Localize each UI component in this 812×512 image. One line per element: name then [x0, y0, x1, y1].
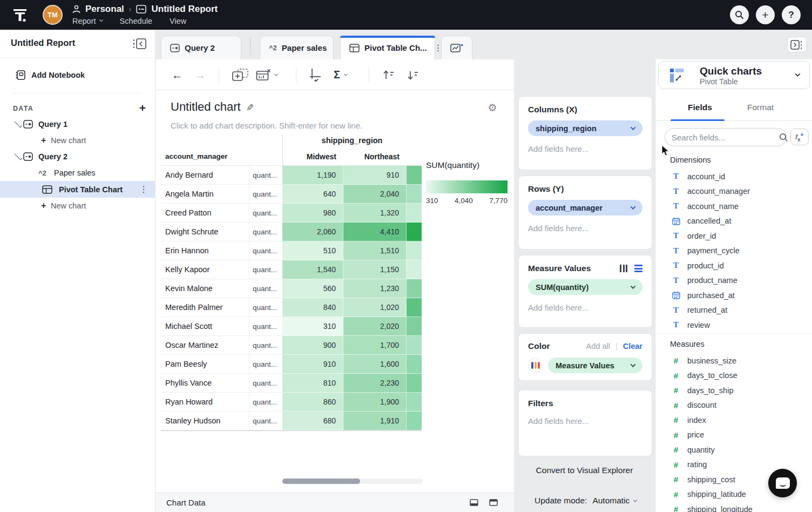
dimension-item-purchased_at[interactable]: purchased_at — [655, 288, 812, 303]
measure-item-quantity[interactable]: #quantity — [655, 442, 812, 457]
sidebar-item-paper-sales[interactable]: ^2 Paper sales — [0, 165, 155, 181]
add-formula-button[interactable]: fx+ — [790, 129, 809, 145]
sort-descending-button[interactable] — [407, 59, 419, 90]
sort-ascending-button[interactable] — [382, 59, 395, 90]
help-button[interactable]: ? — [782, 5, 801, 24]
measure-item-days_to_ship[interactable]: #days_to_ship — [655, 383, 812, 398]
row-label[interactable]: Andy Bernard — [161, 166, 249, 185]
color-add-all-link[interactable]: Add all — [586, 342, 610, 351]
update-mode-select[interactable]: Automatic — [592, 496, 637, 506]
color-field-pill[interactable]: Measure Values — [548, 358, 642, 373]
row-label[interactable]: Kelly Kapoor — [161, 260, 249, 279]
dimension-item-payment_cycle[interactable]: Tpayment_cycle — [655, 244, 812, 259]
row-dimension-label[interactable]: account_manager — [165, 152, 228, 160]
row-label[interactable]: Kevin Malone — [161, 279, 249, 298]
text-icon: T — [672, 306, 680, 315]
add-data-button[interactable]: + — [139, 102, 146, 114]
row-label[interactable]: Phyllis Vance — [161, 374, 249, 393]
color-clear-link[interactable]: Clear — [623, 342, 642, 351]
menu-view[interactable]: View — [170, 17, 186, 25]
color-palette-icon[interactable] — [528, 358, 543, 373]
new-chart-tab-button[interactable] — [441, 36, 472, 59]
swap-axes-button[interactable] — [308, 59, 323, 90]
measure-add-fields-dropzone[interactable]: Add fields here... — [528, 303, 642, 312]
sidebar-item-pivot-table-chart[interactable]: Pivot Table Chart ⋮ — [0, 181, 155, 198]
row-label[interactable]: Dwight Schrute — [161, 223, 249, 241]
row-label[interactable]: Michael Scott — [161, 317, 249, 336]
sidebar-item-new-chart-1[interactable]: + New chart — [0, 132, 155, 149]
dimension-item-returned_at[interactable]: Treturned_at — [655, 303, 812, 318]
measure-field-pill[interactable]: SUM(quantity) — [528, 279, 642, 295]
menu-schedule[interactable]: Schedule — [120, 17, 152, 25]
measure-item-index[interactable]: #index — [655, 413, 812, 428]
measure-item-price[interactable]: #price — [655, 428, 812, 443]
rows-layout-icon[interactable] — [634, 265, 642, 272]
tab-fields[interactable]: Fields — [688, 103, 712, 112]
row-label[interactable]: Erin Hannon — [161, 241, 249, 260]
search-button[interactable] — [730, 5, 749, 24]
workspace-name[interactable]: Personal — [85, 4, 124, 15]
sidebar-item-query-1[interactable]: Query 1 — [0, 116, 155, 132]
dimension-item-account_manager[interactable]: Taccount_manager — [655, 184, 812, 199]
row-label[interactable]: Angela Martin — [161, 185, 249, 204]
columns-field-pill[interactable]: shipping_region — [528, 120, 642, 136]
tab-query-2[interactable]: Query 2 — [161, 36, 241, 59]
dimension-item-account_id[interactable]: Taccount_id — [655, 169, 812, 184]
measure-item-discount[interactable]: #discount — [655, 398, 812, 413]
report-name[interactable]: Untitled Report — [151, 4, 218, 15]
aggregate-button[interactable]: Σ — [334, 59, 347, 90]
collapse-sidebar-button[interactable] — [132, 37, 147, 51]
row-label[interactable]: Oscar Martinez — [161, 336, 249, 355]
remove-column-button[interactable] — [256, 59, 278, 90]
edit-title-pencil-icon[interactable]: ✎ — [246, 102, 254, 113]
trevor-logo-icon[interactable] — [12, 6, 29, 24]
horizontal-scrollbar-track[interactable] — [282, 479, 423, 484]
redo-forward-button[interactable]: → — [194, 59, 206, 90]
measure-item-shipping_longitude[interactable]: #shipping_longitude — [655, 502, 812, 512]
horizontal-scrollbar-thumb[interactable] — [282, 479, 360, 484]
kebab-menu-icon[interactable]: ⋮ — [139, 184, 148, 194]
rows-field-pill[interactable]: account_manager — [528, 200, 642, 215]
columns-add-fields-dropzone[interactable]: Add fields here... — [528, 144, 642, 153]
filters-add-fields-dropzone[interactable]: Add fields here... — [528, 416, 642, 426]
dimension-item-product_id[interactable]: Tproduct_id — [655, 258, 812, 273]
search-fields-input[interactable] — [672, 133, 779, 142]
dimension-item-account_name[interactable]: Taccount_name — [655, 199, 812, 214]
convert-to-visual-explorer-link[interactable]: Convert to Visual Explorer — [514, 466, 655, 475]
chart-title[interactable]: Untitled chart — [171, 100, 241, 114]
tab-format[interactable]: Format — [747, 103, 774, 112]
columns-layout-icon[interactable] — [620, 265, 627, 272]
add-chart-element-button[interactable] — [232, 59, 249, 90]
measure-item-business_size[interactable]: #business_size — [655, 353, 812, 368]
column-header-northeast[interactable]: Northeast — [343, 152, 407, 161]
row-label[interactable]: Meredith Palmer — [161, 298, 249, 317]
row-label[interactable]: Stanley Hudson — [161, 412, 249, 430]
undo-back-button[interactable]: ← — [172, 59, 183, 90]
expand-panel-button[interactable] — [787, 37, 807, 52]
dimension-item-review[interactable]: Treview — [655, 318, 812, 333]
tab-pivot-table-chart[interactable]: Pivot Table Ch... ⋮ — [340, 36, 435, 59]
chart-data-footer[interactable]: Chart Data — [155, 493, 514, 512]
chart-settings-button[interactable]: ⚙ — [484, 99, 501, 116]
quick-charts-selector[interactable]: Quick charts Pivot Table — [658, 61, 810, 89]
dimension-item-cancelled_at[interactable]: cancelled_at — [655, 214, 812, 229]
minimize-panel-icon[interactable] — [470, 499, 478, 506]
maximize-panel-icon[interactable] — [489, 499, 498, 506]
chat-support-button[interactable] — [768, 469, 797, 497]
dimension-item-product_name[interactable]: Tproduct_name — [655, 273, 812, 288]
row-label[interactable]: Pam Beesly — [161, 355, 249, 374]
row-label[interactable]: Creed Patton — [161, 204, 249, 223]
menu-report[interactable]: Report — [72, 17, 103, 25]
row-label[interactable]: Ryan Howard — [161, 393, 249, 412]
measure-item-days_to_close[interactable]: #days_to_close — [655, 368, 812, 383]
rows-add-fields-dropzone[interactable]: Add fields here... — [528, 224, 642, 233]
avatar[interactable]: TM — [43, 5, 63, 25]
add-notebook-button[interactable]: Add Notebook — [0, 65, 155, 85]
chart-description-placeholder[interactable]: Click to add chart description. Shift-en… — [171, 121, 362, 130]
column-header-midwest[interactable]: Midwest — [282, 152, 343, 161]
tab-paper-sales[interactable]: ^2 Paper sales — [260, 36, 334, 59]
sidebar-item-new-chart-2[interactable]: + New chart — [0, 198, 155, 214]
add-button[interactable]: + — [756, 5, 775, 24]
sidebar-item-query-2[interactable]: Query 2 — [0, 149, 155, 165]
dimension-item-order_id[interactable]: Torder_id — [655, 228, 812, 244]
